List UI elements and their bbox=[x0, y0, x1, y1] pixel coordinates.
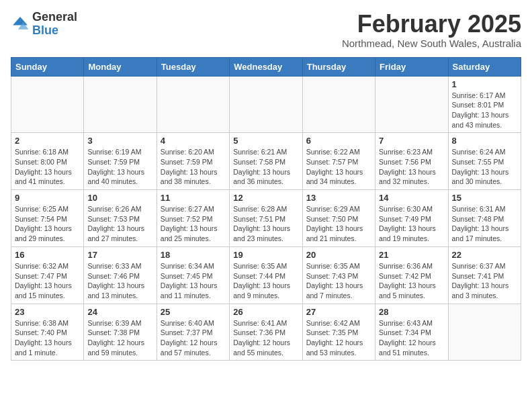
day-number: 6 bbox=[306, 136, 371, 146]
calendar-cell: 20Sunrise: 6:35 AM Sunset: 7:43 PM Dayli… bbox=[302, 246, 375, 304]
day-info: Sunrise: 6:17 AM Sunset: 8:01 PM Dayligh… bbox=[452, 91, 517, 130]
calendar-cell: 1Sunrise: 6:17 AM Sunset: 8:01 PM Daylig… bbox=[448, 76, 521, 133]
day-number: 27 bbox=[306, 307, 371, 317]
svg-marker-0 bbox=[13, 17, 28, 25]
calendar-cell: 12Sunrise: 6:28 AM Sunset: 7:51 PM Dayli… bbox=[230, 190, 302, 247]
day-info: Sunrise: 6:27 AM Sunset: 7:52 PM Dayligh… bbox=[161, 204, 226, 244]
logo-blue-text: Blue bbox=[32, 24, 77, 38]
week-row-4: 16Sunrise: 6:32 AM Sunset: 7:47 PM Dayli… bbox=[11, 246, 521, 304]
day-info: Sunrise: 6:28 AM Sunset: 7:51 PM Dayligh… bbox=[233, 204, 298, 244]
day-number: 15 bbox=[452, 193, 517, 203]
day-number: 28 bbox=[379, 307, 444, 317]
day-number: 21 bbox=[379, 250, 444, 260]
day-number: 4 bbox=[161, 136, 226, 146]
calendar-cell: 16Sunrise: 6:32 AM Sunset: 7:47 PM Dayli… bbox=[11, 246, 84, 304]
header-row: SundayMondayTuesdayWednesdayThursdayFrid… bbox=[11, 57, 521, 76]
day-number: 12 bbox=[233, 193, 298, 203]
day-number: 2 bbox=[15, 136, 80, 146]
calendar-cell: 11Sunrise: 6:27 AM Sunset: 7:52 PM Dayli… bbox=[157, 190, 229, 247]
week-row-5: 23Sunrise: 6:38 AM Sunset: 7:40 PM Dayli… bbox=[11, 304, 521, 361]
week-row-2: 2Sunrise: 6:18 AM Sunset: 8:00 PM Daylig… bbox=[11, 133, 521, 190]
calendar-cell bbox=[230, 76, 302, 133]
day-number: 19 bbox=[233, 250, 298, 260]
day-info: Sunrise: 6:36 AM Sunset: 7:42 PM Dayligh… bbox=[379, 261, 444, 301]
calendar-cell: 17Sunrise: 6:33 AM Sunset: 7:46 PM Dayli… bbox=[84, 246, 157, 304]
day-info: Sunrise: 6:35 AM Sunset: 7:43 PM Dayligh… bbox=[306, 261, 371, 301]
day-info: Sunrise: 6:20 AM Sunset: 7:59 PM Dayligh… bbox=[161, 147, 226, 187]
day-info: Sunrise: 6:24 AM Sunset: 7:55 PM Dayligh… bbox=[452, 147, 517, 187]
calendar-cell: 28Sunrise: 6:43 AM Sunset: 7:34 PM Dayli… bbox=[375, 304, 448, 361]
calendar-header: SundayMondayTuesdayWednesdayThursdayFrid… bbox=[11, 57, 521, 76]
day-number: 8 bbox=[452, 136, 517, 146]
day-info: Sunrise: 6:26 AM Sunset: 7:53 PM Dayligh… bbox=[87, 204, 152, 244]
day-number: 11 bbox=[161, 193, 226, 203]
day-info: Sunrise: 6:30 AM Sunset: 7:49 PM Dayligh… bbox=[379, 204, 444, 244]
day-number: 17 bbox=[87, 250, 152, 260]
title-block: February 2025 Northmead, New South Wales… bbox=[342, 11, 521, 49]
calendar-cell: 22Sunrise: 6:37 AM Sunset: 7:41 PM Dayli… bbox=[448, 246, 521, 304]
day-number: 18 bbox=[161, 250, 226, 260]
calendar-cell: 21Sunrise: 6:36 AM Sunset: 7:42 PM Dayli… bbox=[375, 246, 448, 304]
calendar-header-saturday: Saturday bbox=[448, 57, 521, 76]
calendar-cell: 18Sunrise: 6:34 AM Sunset: 7:45 PM Dayli… bbox=[157, 246, 229, 304]
calendar-cell: 25Sunrise: 6:40 AM Sunset: 7:37 PM Dayli… bbox=[157, 304, 229, 361]
day-number: 5 bbox=[233, 136, 298, 146]
calendar-cell: 26Sunrise: 6:41 AM Sunset: 7:36 PM Dayli… bbox=[230, 304, 302, 361]
day-number: 20 bbox=[306, 250, 371, 260]
calendar-cell: 2Sunrise: 6:18 AM Sunset: 8:00 PM Daylig… bbox=[11, 133, 84, 190]
day-info: Sunrise: 6:42 AM Sunset: 7:35 PM Dayligh… bbox=[306, 318, 371, 358]
calendar-header-monday: Monday bbox=[84, 57, 157, 76]
day-number: 23 bbox=[15, 307, 80, 317]
calendar-cell: 3Sunrise: 6:19 AM Sunset: 7:59 PM Daylig… bbox=[84, 133, 157, 190]
calendar-header-sunday: Sunday bbox=[11, 57, 84, 76]
main-title: February 2025 bbox=[342, 11, 521, 38]
calendar-cell bbox=[448, 304, 521, 361]
logo-icon bbox=[11, 15, 30, 34]
day-number: 9 bbox=[15, 193, 80, 203]
week-row-3: 9Sunrise: 6:25 AM Sunset: 7:54 PM Daylig… bbox=[11, 190, 521, 247]
day-number: 13 bbox=[306, 193, 371, 203]
day-info: Sunrise: 6:25 AM Sunset: 7:54 PM Dayligh… bbox=[15, 204, 80, 244]
calendar-cell bbox=[11, 76, 84, 133]
day-info: Sunrise: 6:34 AM Sunset: 7:45 PM Dayligh… bbox=[161, 261, 226, 301]
day-info: Sunrise: 6:29 AM Sunset: 7:50 PM Dayligh… bbox=[306, 204, 371, 244]
day-info: Sunrise: 6:22 AM Sunset: 7:57 PM Dayligh… bbox=[306, 147, 371, 187]
calendar-cell: 15Sunrise: 6:31 AM Sunset: 7:48 PM Dayli… bbox=[448, 190, 521, 247]
calendar-header-tuesday: Tuesday bbox=[157, 57, 229, 76]
calendar-header-thursday: Thursday bbox=[302, 57, 375, 76]
calendar-cell: 7Sunrise: 6:23 AM Sunset: 7:56 PM Daylig… bbox=[375, 133, 448, 190]
day-info: Sunrise: 6:21 AM Sunset: 7:58 PM Dayligh… bbox=[233, 147, 298, 187]
calendar-table: SundayMondayTuesdayWednesdayThursdayFrid… bbox=[11, 57, 521, 361]
day-number: 24 bbox=[87, 307, 152, 317]
day-info: Sunrise: 6:18 AM Sunset: 8:00 PM Dayligh… bbox=[15, 147, 80, 187]
subtitle: Northmead, New South Wales, Australia bbox=[342, 38, 521, 49]
calendar-cell bbox=[157, 76, 229, 133]
week-row-1: 1Sunrise: 6:17 AM Sunset: 8:01 PM Daylig… bbox=[11, 76, 521, 133]
calendar-cell: 4Sunrise: 6:20 AM Sunset: 7:59 PM Daylig… bbox=[157, 133, 229, 190]
day-number: 22 bbox=[452, 250, 517, 260]
calendar-header-wednesday: Wednesday bbox=[230, 57, 302, 76]
page-header: General Blue February 2025 Northmead, Ne… bbox=[11, 11, 521, 49]
calendar-cell: 8Sunrise: 6:24 AM Sunset: 7:55 PM Daylig… bbox=[448, 133, 521, 190]
calendar-body: 1Sunrise: 6:17 AM Sunset: 8:01 PM Daylig… bbox=[11, 76, 521, 361]
calendar-cell: 13Sunrise: 6:29 AM Sunset: 7:50 PM Dayli… bbox=[302, 190, 375, 247]
day-info: Sunrise: 6:32 AM Sunset: 7:47 PM Dayligh… bbox=[15, 261, 80, 301]
day-info: Sunrise: 6:43 AM Sunset: 7:34 PM Dayligh… bbox=[379, 318, 444, 358]
day-info: Sunrise: 6:39 AM Sunset: 7:38 PM Dayligh… bbox=[87, 318, 152, 358]
day-number: 26 bbox=[233, 307, 298, 317]
calendar-cell: 10Sunrise: 6:26 AM Sunset: 7:53 PM Dayli… bbox=[84, 190, 157, 247]
day-info: Sunrise: 6:23 AM Sunset: 7:56 PM Dayligh… bbox=[379, 147, 444, 187]
day-number: 3 bbox=[87, 136, 152, 146]
calendar-cell: 24Sunrise: 6:39 AM Sunset: 7:38 PM Dayli… bbox=[84, 304, 157, 361]
calendar-cell bbox=[375, 76, 448, 133]
day-info: Sunrise: 6:19 AM Sunset: 7:59 PM Dayligh… bbox=[87, 147, 152, 187]
day-number: 25 bbox=[161, 307, 226, 317]
calendar-cell bbox=[302, 76, 375, 133]
logo: General Blue bbox=[11, 11, 77, 38]
calendar-cell: 19Sunrise: 6:35 AM Sunset: 7:44 PM Dayli… bbox=[230, 246, 302, 304]
day-number: 14 bbox=[379, 193, 444, 203]
day-info: Sunrise: 6:37 AM Sunset: 7:41 PM Dayligh… bbox=[452, 261, 517, 301]
calendar-cell: 5Sunrise: 6:21 AM Sunset: 7:58 PM Daylig… bbox=[230, 133, 302, 190]
calendar-cell: 14Sunrise: 6:30 AM Sunset: 7:49 PM Dayli… bbox=[375, 190, 448, 247]
day-number: 1 bbox=[452, 79, 517, 89]
